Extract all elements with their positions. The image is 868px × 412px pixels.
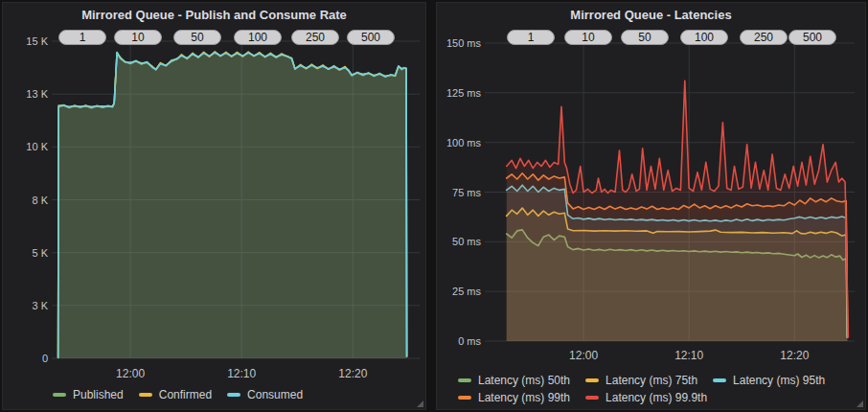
legend-swatch-icon bbox=[139, 393, 152, 397]
consumer-count-pill-10[interactable]: 10 bbox=[564, 30, 612, 45]
x-axis-tick-label: 12:20 bbox=[338, 367, 367, 380]
x-axis-tick-label: 12:10 bbox=[227, 367, 256, 380]
y-axis-tick-label: 25 ms bbox=[452, 286, 481, 297]
x-axis-tick-label: 12:00 bbox=[569, 349, 598, 362]
legend-item-consumed[interactable]: Consumed bbox=[227, 387, 303, 401]
legend-label: Latency (ms) 50th bbox=[478, 374, 570, 387]
consumer-count-pill-500[interactable]: 500 bbox=[788, 30, 836, 45]
y-axis-tick-label: 5 K bbox=[32, 247, 48, 259]
legend-item-latency-ms-99-9th[interactable]: Latency (ms) 99.9th bbox=[585, 390, 707, 404]
legend-swatch-icon bbox=[585, 378, 599, 382]
y-axis-tick-label: 13 K bbox=[26, 88, 48, 100]
legend-item-latency-ms-50th[interactable]: Latency (ms) 50th bbox=[458, 373, 570, 387]
y-axis-tick-label: 150 ms bbox=[446, 37, 482, 49]
x-axis-tick-label: 12:20 bbox=[780, 349, 809, 362]
legend-swatch-icon bbox=[458, 396, 471, 400]
panel-title: Mirrored Queue - Latencies bbox=[437, 8, 865, 22]
legend-item-confirmed[interactable]: Confirmed bbox=[139, 387, 212, 401]
panel-resize-handle-icon[interactable] bbox=[857, 401, 863, 407]
panel-title: Mirrored Queue - Publish and Consume Rat… bbox=[3, 8, 425, 22]
rate-chart-legend: PublishedConfirmedConsumed bbox=[53, 387, 417, 401]
legend-swatch-icon bbox=[458, 378, 471, 382]
latency-chart-legend: Latency (ms) 50thLatency (ms) 75thLatenc… bbox=[458, 373, 868, 404]
grafana-dashboard: { "colors": { "page_bg": "#131314", "pan… bbox=[0, 0, 868, 412]
x-axis-tick-label: 12:10 bbox=[674, 349, 703, 362]
legend-swatch-icon bbox=[227, 393, 240, 397]
y-axis-tick-label: 125 ms bbox=[446, 87, 482, 99]
legend-label: Confirmed bbox=[159, 388, 212, 401]
y-axis-tick-label: 8 K bbox=[32, 195, 48, 206]
consumer-count-pill-100[interactable]: 100 bbox=[234, 30, 282, 45]
legend-item-latency-ms-75th[interactable]: Latency (ms) 75th bbox=[585, 373, 697, 387]
y-axis-tick-label: 50 ms bbox=[452, 236, 481, 247]
legend-label: Latency (ms) 75th bbox=[605, 374, 697, 387]
y-axis-tick-label: 15 K bbox=[26, 35, 48, 47]
consumer-count-pill-50[interactable]: 50 bbox=[173, 30, 221, 45]
series-area-latency-ms-99-9th bbox=[507, 80, 849, 341]
consumer-count-pill-10[interactable]: 10 bbox=[114, 30, 162, 45]
consumer-count-pill-250[interactable]: 250 bbox=[740, 30, 788, 45]
legend-item-latency-ms-95th[interactable]: Latency (ms) 95th bbox=[713, 373, 825, 387]
x-axis-tick-label: 12:00 bbox=[116, 367, 145, 380]
legend-label: Published bbox=[73, 388, 124, 401]
legend-swatch-icon bbox=[53, 393, 66, 397]
y-axis-tick-label: 10 K bbox=[26, 141, 48, 152]
consumer-count-pill-100[interactable]: 100 bbox=[680, 30, 728, 45]
legend-swatch-icon bbox=[585, 396, 599, 400]
series-area-consumed bbox=[58, 53, 407, 359]
latency-chart-plot-area[interactable]: 0 ms25 ms50 ms75 ms100 ms125 ms150 ms12:… bbox=[437, 3, 867, 411]
legend-label: Latency (ms) 95th bbox=[733, 374, 825, 387]
legend-label: Latency (ms) 99.9th bbox=[605, 391, 707, 404]
rate-chart-plot-area[interactable]: 03 K5 K8 K10 K13 K15 K12:0012:1012:20 bbox=[3, 3, 427, 411]
y-axis-tick-label: 75 ms bbox=[452, 187, 481, 198]
y-axis-tick-label: 100 ms bbox=[446, 137, 482, 149]
consumer-count-pill-1[interactable]: 1 bbox=[507, 30, 555, 45]
legend-swatch-icon bbox=[713, 378, 726, 382]
y-axis-tick-label: 0 bbox=[42, 353, 48, 364]
consumer-count-pill-50[interactable]: 50 bbox=[621, 30, 669, 45]
legend-label: Consumed bbox=[247, 388, 303, 401]
panel-publish-consume-rate: Mirrored Queue - Publish and Consume Rat… bbox=[2, 2, 426, 410]
panel-latencies: Mirrored Queue - Latencies 1105010025050… bbox=[436, 2, 866, 410]
y-axis-tick-label: 0 ms bbox=[458, 335, 481, 347]
panel-resize-handle-icon[interactable] bbox=[417, 401, 423, 407]
y-axis-tick-label: 3 K bbox=[32, 300, 48, 311]
consumer-count-pill-250[interactable]: 250 bbox=[291, 30, 339, 45]
legend-item-latency-ms-99th[interactable]: Latency (ms) 99th bbox=[458, 390, 570, 404]
legend-label: Latency (ms) 99th bbox=[478, 391, 570, 404]
consumer-count-pill-500[interactable]: 500 bbox=[347, 30, 395, 45]
consumer-count-pill-1[interactable]: 1 bbox=[58, 30, 106, 45]
legend-item-published[interactable]: Published bbox=[53, 387, 124, 401]
